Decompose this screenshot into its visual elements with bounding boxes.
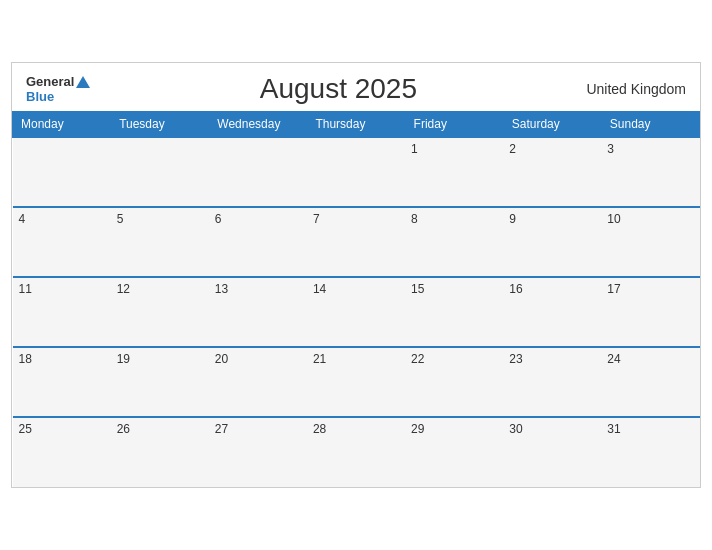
logo: General Blue [26,74,90,104]
calendar-day-cell: 8 [405,207,503,277]
calendar-day-cell: 24 [601,347,699,417]
calendar-week-row: 25262728293031 [13,417,700,487]
day-number: 14 [313,282,326,296]
day-number: 18 [19,352,32,366]
calendar-day-cell: 29 [405,417,503,487]
calendar-day-cell: 12 [111,277,209,347]
calendar-day-cell: 9 [503,207,601,277]
day-number: 27 [215,422,228,436]
day-number: 30 [509,422,522,436]
day-number: 11 [19,282,32,296]
day-number: 2 [509,142,516,156]
day-number: 8 [411,212,418,226]
calendar-day-cell: 6 [209,207,307,277]
month-title: August 2025 [90,73,586,105]
day-number: 15 [411,282,424,296]
calendar-header: General Blue August 2025 United Kingdom [12,63,700,111]
calendar-day-cell: 28 [307,417,405,487]
day-number: 29 [411,422,424,436]
calendar-day-cell [307,137,405,207]
calendar-day-cell: 22 [405,347,503,417]
calendar-day-cell: 7 [307,207,405,277]
day-number: 17 [607,282,620,296]
calendar-week-row: 123 [13,137,700,207]
day-number: 24 [607,352,620,366]
calendar-day-cell: 25 [13,417,111,487]
calendar-day-cell: 15 [405,277,503,347]
day-number: 10 [607,212,620,226]
calendar-day-cell: 23 [503,347,601,417]
calendar-day-cell: 31 [601,417,699,487]
day-number: 22 [411,352,424,366]
calendar-day-cell: 14 [307,277,405,347]
calendar-day-cell: 11 [13,277,111,347]
calendar-day-cell: 3 [601,137,699,207]
calendar-day-cell: 26 [111,417,209,487]
day-number: 13 [215,282,228,296]
calendar-day-cell: 19 [111,347,209,417]
day-number: 31 [607,422,620,436]
calendar-day-cell: 21 [307,347,405,417]
day-number: 1 [411,142,418,156]
day-number: 19 [117,352,130,366]
col-sunday: Sunday [601,112,699,138]
calendar-day-cell: 5 [111,207,209,277]
calendar-day-cell: 1 [405,137,503,207]
day-number: 28 [313,422,326,436]
day-number: 16 [509,282,522,296]
calendar-day-cell: 10 [601,207,699,277]
day-number: 20 [215,352,228,366]
day-number: 6 [215,212,222,226]
calendar-day-cell: 30 [503,417,601,487]
day-number: 9 [509,212,516,226]
calendar-header-row: Monday Tuesday Wednesday Thursday Friday… [13,112,700,138]
calendar-day-cell [111,137,209,207]
day-number: 7 [313,212,320,226]
logo-general: General [26,74,74,89]
calendar-day-cell: 27 [209,417,307,487]
day-number: 12 [117,282,130,296]
col-monday: Monday [13,112,111,138]
calendar-day-cell: 20 [209,347,307,417]
col-tuesday: Tuesday [111,112,209,138]
calendar-body: 1234567891011121314151617181920212223242… [13,137,700,487]
calendar-day-cell: 13 [209,277,307,347]
day-number: 26 [117,422,130,436]
logo-triangle-icon [76,76,90,88]
calendar-day-cell: 2 [503,137,601,207]
day-number: 4 [19,212,26,226]
calendar-day-cell [209,137,307,207]
col-thursday: Thursday [307,112,405,138]
calendar-grid: Monday Tuesday Wednesday Thursday Friday… [12,111,700,487]
calendar-day-cell: 18 [13,347,111,417]
col-wednesday: Wednesday [209,112,307,138]
calendar-container: General Blue August 2025 United Kingdom … [11,62,701,488]
calendar-day-cell: 17 [601,277,699,347]
calendar-day-cell [13,137,111,207]
day-number: 23 [509,352,522,366]
col-friday: Friday [405,112,503,138]
calendar-week-row: 11121314151617 [13,277,700,347]
day-number: 25 [19,422,32,436]
day-number: 3 [607,142,614,156]
logo-blue: Blue [26,89,54,104]
calendar-week-row: 45678910 [13,207,700,277]
day-number: 5 [117,212,124,226]
country-label: United Kingdom [586,81,686,97]
day-number: 21 [313,352,326,366]
calendar-week-row: 18192021222324 [13,347,700,417]
col-saturday: Saturday [503,112,601,138]
calendar-day-cell: 16 [503,277,601,347]
calendar-day-cell: 4 [13,207,111,277]
